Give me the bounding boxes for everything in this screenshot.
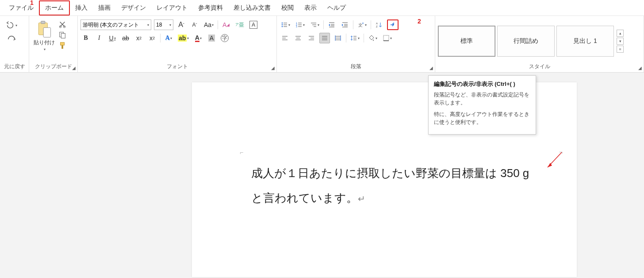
text-effects-button[interactable]: A▾: [163, 33, 174, 43]
decrease-indent-button[interactable]: [326, 19, 337, 30]
menu-insert[interactable]: 挿入: [70, 1, 93, 15]
asian-layout-button[interactable]: 文▾: [356, 19, 368, 30]
font-launcher-icon[interactable]: ◢: [271, 66, 275, 70]
paste-button[interactable]: 貼り付け ▾: [32, 19, 57, 52]
font-name-value: 游明朝 (本文のフォント: [83, 21, 139, 29]
menu-layout[interactable]: レイアウト: [151, 1, 193, 15]
svg-point-10: [282, 24, 283, 26]
phonetic-guide-button[interactable]: ア亜: [234, 19, 245, 30]
align-right-button[interactable]: [306, 33, 317, 43]
menu-home[interactable]: ホーム: [39, 0, 70, 15]
annotation-1: 1: [30, 0, 34, 6]
group-undo: ▾ 元に戻す: [0, 16, 29, 72]
font-size-value: 18: [156, 22, 162, 28]
paste-dropdown-icon[interactable]: ▾: [44, 47, 46, 51]
char-shading-button[interactable]: A: [206, 33, 217, 43]
svg-rect-55: [383, 35, 389, 41]
clipboard-launcher-icon[interactable]: ◢: [72, 66, 76, 70]
change-case-button[interactable]: Aa▾: [203, 19, 215, 30]
doc-line-1: 成人が１日あたりに摂取したい野菜の目標量は 350 g: [251, 166, 529, 180]
show-hide-marks-button[interactable]: [387, 19, 399, 30]
margin-corner-tl: ⌐: [240, 149, 243, 156]
grow-font-button[interactable]: Aˆ: [176, 19, 187, 30]
svg-text:文: 文: [358, 23, 363, 27]
paste-label: 貼り付け: [34, 39, 55, 46]
group-paragraph: ▾ 123▾ ▾ 文▾ AZ ▾ ▾: [277, 16, 435, 72]
sort-button[interactable]: AZ: [374, 19, 384, 30]
group-styles-label: スタイル: [438, 62, 641, 71]
font-color-button[interactable]: A▾: [193, 33, 203, 43]
styles-gallery-expand[interactable]: ≡: [617, 46, 624, 53]
justify-button[interactable]: [319, 33, 330, 43]
borders-button[interactable]: ▾: [381, 33, 393, 43]
redo-button[interactable]: [7, 34, 16, 43]
underline-button[interactable]: U▾: [107, 33, 118, 43]
superscript-button[interactable]: x2: [147, 33, 157, 43]
strikethrough-button[interactable]: ab: [120, 33, 131, 43]
align-left-button[interactable]: [280, 33, 290, 43]
undo-button[interactable]: ▾: [5, 20, 17, 30]
format-painter-button[interactable]: [58, 42, 66, 50]
svg-text:3: 3: [296, 25, 297, 28]
italic-button[interactable]: I: [94, 33, 104, 43]
ribbon: ▾ 元に戻す 貼り付け ▾ クリップボード ◢: [0, 16, 644, 73]
cut-button[interactable]: [58, 20, 66, 28]
group-font: 游明朝 (本文のフォント▾ 18▾ Aˆ Aˇ Aa▾ A◢ ア亜 A B I …: [78, 16, 277, 72]
style-heading1[interactable]: 見出し 1: [556, 26, 614, 57]
style-normal[interactable]: 標準: [438, 26, 495, 57]
menu-file[interactable]: ファイル: [4, 1, 39, 15]
undo-dropdown-icon[interactable]: ▾: [15, 23, 17, 27]
svg-rect-8: [61, 45, 63, 49]
group-clipboard-label: クリップボード: [32, 62, 75, 71]
distribute-button[interactable]: [333, 33, 343, 43]
svg-rect-6: [61, 33, 65, 38]
align-center-button[interactable]: [293, 33, 303, 43]
highlight-button[interactable]: ab▾: [176, 33, 190, 43]
paragraph-launcher-icon[interactable]: ◢: [429, 66, 433, 70]
menu-design[interactable]: デザイン: [116, 1, 151, 15]
enclose-chars-button[interactable]: 字: [219, 33, 230, 43]
svg-rect-1: [41, 21, 45, 23]
svg-rect-7: [61, 42, 65, 45]
group-paragraph-label: 段落: [280, 62, 432, 71]
line-spacing-button[interactable]: ▾: [349, 33, 361, 43]
styles-launcher-icon[interactable]: ◢: [638, 66, 642, 70]
menu-view[interactable]: 表示: [299, 1, 322, 15]
multilevel-list-button[interactable]: ▾: [309, 19, 321, 30]
svg-rect-2: [43, 27, 50, 37]
group-clipboard: 貼り付け ▾ クリップボード ◢: [29, 16, 78, 72]
font-name-combo[interactable]: 游明朝 (本文のフォント▾: [80, 19, 151, 30]
bullets-button[interactable]: ▾: [280, 19, 291, 30]
shading-button[interactable]: ▾: [367, 33, 379, 43]
increase-indent-button[interactable]: [340, 19, 350, 30]
style-no-spacing[interactable]: 行間詰め: [497, 26, 555, 57]
svg-point-11: [282, 26, 283, 27]
menu-mailings[interactable]: 差し込み文書: [228, 1, 276, 15]
group-undo-label: 元に戻す: [3, 62, 26, 71]
svg-text:A: A: [376, 22, 378, 25]
svg-point-9: [282, 23, 283, 24]
font-size-combo[interactable]: 18▾: [154, 19, 173, 30]
menu-help[interactable]: ヘルプ: [322, 1, 351, 15]
doc-line-2: と言われています。: [251, 191, 358, 205]
shrink-font-button[interactable]: Aˇ: [189, 19, 200, 30]
svg-text:Z: Z: [376, 25, 378, 28]
menu-bar: 1 ファイル ホーム 挿入 描画 デザイン レイアウト 参考資料 差し込み文書 …: [0, 0, 644, 16]
numbering-button[interactable]: 123▾: [294, 19, 306, 30]
styles-scroll-up[interactable]: ▴: [617, 30, 624, 37]
char-border-button[interactable]: A: [248, 19, 259, 30]
menu-references[interactable]: 参考資料: [193, 1, 228, 15]
styles-scroll-down[interactable]: ▾: [617, 38, 624, 45]
copy-button[interactable]: [58, 31, 66, 39]
tooltip-p2: 特に、高度なレイアウト作業をするときに使うと便利です。: [434, 110, 530, 126]
clear-formatting-button[interactable]: A◢: [221, 19, 231, 30]
document-body[interactable]: 成人が１日あたりに摂取したい野菜の目標量は 350 g と言われています。↵: [251, 161, 529, 210]
margin-corner-tr: ¬: [559, 149, 563, 156]
subscript-button[interactable]: x2: [134, 33, 144, 43]
bold-button[interactable]: B: [80, 33, 91, 43]
menu-review[interactable]: 校閲: [276, 1, 299, 15]
annotation-2: 2: [418, 18, 421, 25]
menu-draw[interactable]: 描画: [93, 1, 116, 15]
group-styles: 標準 行間詰め 見出し 1 ▴ ▾ ≡ スタイル ◢: [435, 16, 644, 72]
group-font-label: フォント: [80, 62, 274, 71]
